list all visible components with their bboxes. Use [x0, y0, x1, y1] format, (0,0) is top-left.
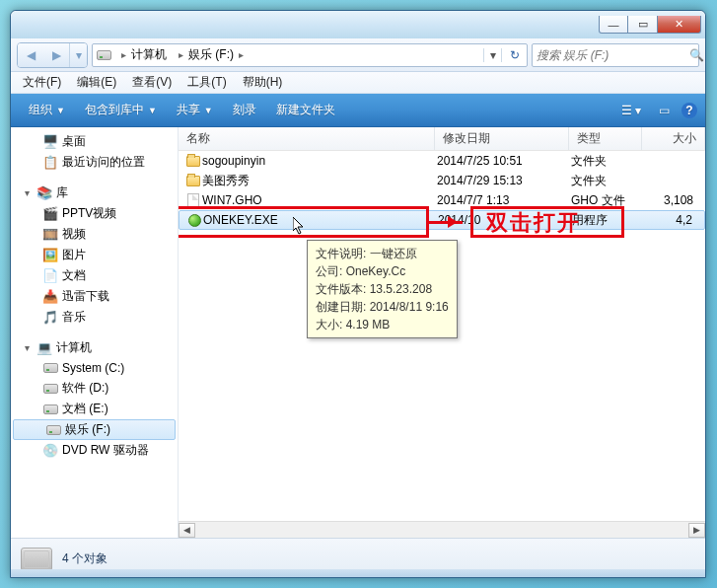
drive-icon	[42, 402, 58, 417]
scroll-track[interactable]	[195, 523, 688, 538]
chevron-right-icon: ▸	[176, 49, 186, 60]
sidebar-item-drive-e[interactable]: 文档 (E:)	[11, 399, 178, 419]
search-box[interactable]: 🔍	[532, 43, 699, 67]
chevron-down-icon[interactable]: ▾	[21, 187, 33, 198]
pictures-icon: 🖼️	[42, 248, 58, 263]
maximize-button[interactable]: ▭	[628, 16, 658, 34]
window-buttons: — ▭ ✕	[599, 16, 701, 34]
forward-button[interactable]: ▶	[43, 43, 69, 67]
column-date[interactable]: 修改日期	[435, 127, 569, 150]
music-icon: 🎵	[42, 310, 58, 326]
file-row[interactable]: ONEKEY.EXE2014/10用程序4,2	[179, 210, 705, 230]
recent-icon: 📋	[42, 155, 58, 171]
libraries-icon: 📚	[36, 185, 52, 201]
drive-icon	[42, 381, 58, 397]
dvd-icon: 💿	[42, 443, 58, 459]
sidebar-item-xunlei[interactable]: 📥迅雷下载	[11, 286, 178, 307]
file-type: 文件夹	[571, 173, 644, 189]
window-border-bottom	[11, 569, 705, 577]
menu-tools[interactable]: 工具(T)	[179, 72, 234, 93]
file-row[interactable]: sogoupinyin2014/7/25 10:51文件夹	[179, 151, 705, 171]
burn-button[interactable]: 刻录	[223, 98, 266, 122]
sidebar-item-pptv[interactable]: 🎬PPTV视频	[11, 203, 178, 224]
include-library-button[interactable]: 包含到库中▼	[75, 98, 167, 122]
breadcrumb-seg2[interactable]: ▸ 娱乐 (F:) ▸	[172, 44, 251, 66]
file-row[interactable]: 美图秀秀2014/7/29 15:13文件夹	[179, 171, 705, 190]
file-name: WIN7.GHO	[202, 193, 437, 207]
documents-icon: 📄	[42, 268, 58, 284]
file-name: ONEKEY.EXE	[203, 213, 438, 227]
toolbar: 组织▼ 包含到库中▼ 共享▼ 刻录 新建文件夹 ☰ ▾ ▭ ?	[11, 94, 705, 127]
address-dropdown[interactable]: ▾	[483, 48, 501, 62]
tooltip-size: 大小: 4.19 MB	[316, 316, 449, 333]
sidebar-item-drive-c[interactable]: System (C:)	[11, 358, 178, 378]
navigation-pane: 🖥️桌面 📋最近访问的位置 ▾📚库 🎬PPTV视频 🎞️视频 🖼️图片 📄文档 …	[11, 127, 179, 538]
sidebar-item-videos[interactable]: 🎞️视频	[11, 224, 178, 245]
file-date: 2014/7/29 15:13	[437, 174, 571, 187]
file-size: 4,2	[645, 213, 704, 227]
back-button[interactable]: ◀	[18, 43, 43, 67]
close-button[interactable]: ✕	[658, 16, 701, 34]
menu-edit[interactable]: 编辑(E)	[69, 72, 124, 93]
sidebar-item-music[interactable]: 🎵音乐	[11, 307, 178, 328]
sidebar-item-drive-d[interactable]: 软件 (D:)	[11, 378, 178, 399]
video-icon: 🎞️	[42, 227, 58, 243]
sidebar-item-libraries[interactable]: ▾📚库	[11, 183, 178, 203]
scroll-right-button[interactable]: ▶	[688, 523, 705, 538]
sidebar-item-computer[interactable]: ▾💻计算机	[11, 337, 178, 358]
scroll-left-button[interactable]: ◀	[179, 523, 195, 538]
file-type: GHO 文件	[571, 192, 644, 209]
column-type[interactable]: 类型	[569, 127, 642, 150]
column-header: 名称 修改日期 类型 大小	[179, 127, 705, 151]
breadcrumb-seg1[interactable]: ▸ 计算机	[114, 44, 172, 66]
menu-help[interactable]: 帮助(H)	[235, 72, 291, 93]
search-input[interactable]	[537, 48, 685, 62]
menu-view[interactable]: 查看(V)	[124, 72, 179, 93]
file-row[interactable]: WIN7.GHO2014/7/7 1:13GHO 文件3,108	[179, 190, 705, 210]
download-icon: 📥	[42, 289, 58, 305]
drive-icon	[45, 422, 61, 438]
annotation-arrow	[429, 221, 463, 224]
file-icon	[185, 214, 203, 227]
help-button[interactable]: ?	[681, 103, 697, 118]
breadcrumb-drive: 娱乐 (F:)	[188, 46, 234, 63]
minimize-button[interactable]: —	[599, 16, 628, 34]
refresh-button[interactable]: ↻	[501, 48, 527, 62]
computer-icon: 💻	[36, 340, 52, 356]
organize-button[interactable]: 组织▼	[19, 98, 75, 122]
view-mode-button[interactable]: ☰ ▾	[615, 102, 647, 119]
nav-history-dropdown[interactable]: ▾	[69, 43, 87, 67]
content-area: 🖥️桌面 📋最近访问的位置 ▾📚库 🎬PPTV视频 🎞️视频 🖼️图片 📄文档 …	[11, 127, 705, 538]
sidebar-item-pictures[interactable]: 🖼️图片	[11, 245, 178, 265]
sidebar-item-documents[interactable]: 📄文档	[11, 265, 178, 286]
file-pane: 名称 修改日期 类型 大小 sogoupinyin2014/7/25 10:51…	[179, 127, 705, 538]
chevron-right-icon: ▸	[236, 49, 247, 60]
column-name[interactable]: 名称	[179, 127, 435, 150]
menu-file[interactable]: 文件(F)	[15, 72, 69, 93]
sidebar-item-drive-f[interactable]: 娱乐 (F:)	[13, 419, 176, 440]
sidebar-item-desktop[interactable]: 🖥️桌面	[11, 131, 178, 152]
drive-icon	[42, 360, 58, 376]
status-text: 4 个对象	[62, 551, 108, 567]
new-folder-button[interactable]: 新建文件夹	[266, 98, 345, 122]
sidebar-item-recent[interactable]: 📋最近访问的位置	[11, 152, 178, 173]
file-type: 用程序	[572, 212, 645, 229]
file-tooltip: 文件说明: 一键还原 公司: OneKey.Cc 文件版本: 13.5.23.2…	[307, 240, 458, 338]
horizontal-scrollbar[interactable]: ◀ ▶	[179, 521, 705, 538]
file-icon	[184, 193, 202, 207]
file-size: 3,108	[644, 193, 705, 207]
file-icon	[184, 176, 202, 186]
tooltip-company: 公司: OneKey.Cc	[316, 262, 449, 280]
menu-bar: 文件(F) 编辑(E) 查看(V) 工具(T) 帮助(H)	[11, 72, 705, 94]
nav-row: ◀ ▶ ▾ ▸ 计算机 ▸ 娱乐 (F:) ▸ ▾ ↻ 🔍	[11, 38, 705, 72]
file-icon	[184, 156, 202, 167]
preview-pane-button[interactable]: ▭	[653, 102, 676, 119]
column-size[interactable]: 大小	[642, 127, 705, 150]
sidebar-item-dvd[interactable]: 💿DVD RW 驱动器	[11, 440, 178, 461]
chevron-down-icon[interactable]: ▾	[21, 342, 33, 353]
address-bar[interactable]: ▸ 计算机 ▸ 娱乐 (F:) ▸ ▾ ↻	[92, 43, 528, 67]
tooltip-created: 创建日期: 2014/8/11 9:16	[316, 298, 449, 316]
share-button[interactable]: 共享▼	[167, 98, 223, 122]
file-date: 2014/7/7 1:13	[437, 193, 571, 207]
tooltip-description: 文件说明: 一键还原	[316, 245, 449, 262]
